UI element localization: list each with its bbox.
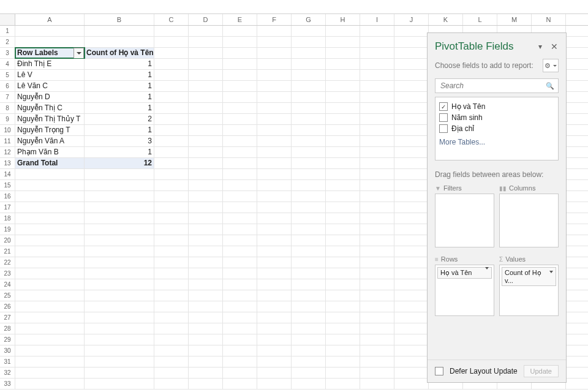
cell[interactable] — [15, 323, 85, 334]
cell[interactable] — [360, 246, 394, 257]
search-input[interactable] — [439, 81, 546, 91]
cell[interactable] — [223, 81, 257, 91]
cell[interactable] — [257, 81, 292, 91]
cell[interactable] — [326, 180, 360, 190]
cell[interactable] — [394, 224, 429, 235]
cell[interactable] — [257, 125, 292, 135]
cell[interactable] — [394, 48, 429, 58]
cell[interactable]: Lê V — [15, 70, 85, 80]
row-header[interactable]: 14 — [0, 169, 15, 179]
row-header[interactable]: 11 — [0, 136, 15, 146]
cell[interactable] — [189, 191, 223, 202]
cell[interactable] — [360, 92, 394, 102]
cell[interactable] — [326, 103, 360, 113]
cell[interactable] — [292, 356, 326, 367]
cell[interactable] — [189, 26, 223, 36]
cell[interactable]: Grand Total — [15, 158, 85, 168]
cell[interactable] — [292, 26, 326, 36]
cell[interactable] — [394, 268, 429, 279]
cell[interactable] — [360, 323, 394, 334]
cell[interactable] — [154, 268, 189, 279]
row-header[interactable]: 7 — [0, 92, 15, 102]
cell[interactable] — [326, 37, 360, 47]
row-header[interactable]: 4 — [0, 59, 15, 69]
cell[interactable] — [85, 235, 154, 246]
cell[interactable] — [292, 103, 326, 113]
cell[interactable] — [292, 290, 326, 301]
row-header[interactable]: 24 — [0, 279, 15, 290]
cell[interactable] — [15, 356, 85, 367]
rows-dropzone[interactable]: Họ và Tên — [435, 265, 494, 316]
cell[interactable] — [394, 136, 429, 146]
cell[interactable] — [223, 48, 257, 58]
cell[interactable] — [360, 312, 394, 323]
cell[interactable] — [15, 279, 85, 290]
field-row[interactable]: Năm sinh — [439, 112, 554, 123]
cell[interactable] — [15, 26, 85, 36]
cell[interactable] — [85, 268, 154, 279]
cell[interactable] — [360, 26, 394, 36]
cell[interactable] — [154, 92, 189, 102]
cell[interactable] — [223, 147, 257, 157]
cell[interactable] — [257, 59, 292, 69]
cell[interactable] — [223, 279, 257, 290]
cell[interactable] — [85, 379, 154, 389]
close-icon[interactable]: ✕ — [550, 42, 559, 51]
cell[interactable] — [154, 202, 189, 213]
cell[interactable] — [154, 323, 189, 334]
row-header[interactable]: 19 — [0, 224, 15, 235]
cell[interactable] — [154, 37, 189, 47]
cell[interactable] — [326, 356, 360, 367]
cell[interactable] — [15, 368, 85, 378]
cell[interactable] — [257, 323, 292, 334]
cell[interactable] — [85, 180, 154, 190]
cell[interactable] — [326, 301, 360, 312]
cell[interactable] — [292, 59, 326, 69]
cell[interactable] — [154, 169, 189, 179]
cell[interactable] — [360, 224, 394, 235]
cell[interactable] — [257, 169, 292, 179]
cell[interactable] — [85, 356, 154, 367]
cell[interactable] — [394, 81, 429, 91]
rows-chip[interactable]: Họ và Tên — [437, 267, 492, 279]
cell[interactable] — [394, 301, 429, 312]
cell[interactable] — [360, 158, 394, 168]
column-header[interactable]: M — [497, 14, 532, 25]
cell[interactable] — [154, 334, 189, 345]
cell[interactable] — [360, 180, 394, 190]
cell[interactable] — [15, 379, 85, 389]
cell[interactable] — [85, 169, 154, 179]
cell[interactable] — [394, 235, 429, 246]
cell[interactable] — [257, 180, 292, 190]
cell[interactable] — [223, 356, 257, 367]
cell[interactable] — [257, 202, 292, 213]
cell[interactable] — [360, 147, 394, 157]
cell[interactable] — [257, 92, 292, 102]
cell[interactable] — [189, 235, 223, 246]
column-header[interactable]: D — [189, 14, 223, 25]
row-header[interactable]: 16 — [0, 191, 15, 202]
gear-icon[interactable] — [543, 59, 559, 72]
cell[interactable] — [394, 379, 429, 389]
cell[interactable] — [326, 191, 360, 202]
cell[interactable] — [326, 345, 360, 356]
row-header[interactable]: 29 — [0, 334, 15, 345]
cell[interactable] — [360, 368, 394, 378]
cell[interactable] — [292, 136, 326, 146]
cell[interactable] — [257, 301, 292, 312]
values-chip[interactable]: Count of Họ v... — [502, 267, 556, 286]
cell[interactable] — [326, 169, 360, 179]
cell[interactable] — [223, 312, 257, 323]
defer-checkbox[interactable] — [435, 367, 443, 375]
cell[interactable] — [394, 356, 429, 367]
cell[interactable] — [189, 379, 223, 389]
cell[interactable] — [154, 48, 189, 58]
cell[interactable]: Count of Họ và Tên — [85, 48, 154, 58]
cell[interactable] — [15, 169, 85, 179]
cell[interactable] — [15, 312, 85, 323]
cell[interactable] — [326, 92, 360, 102]
cell[interactable] — [257, 48, 292, 58]
cell[interactable] — [292, 70, 326, 80]
cell[interactable] — [154, 224, 189, 235]
cell[interactable] — [154, 301, 189, 312]
